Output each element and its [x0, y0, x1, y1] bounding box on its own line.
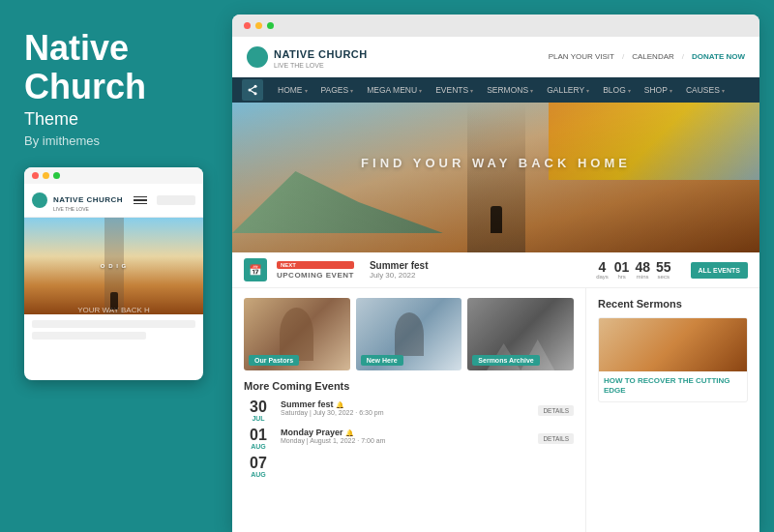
countdown-mins: 48 mins — [635, 260, 650, 280]
mobile-titlebar — [24, 167, 203, 184]
nav-item-home[interactable]: HOME ▾ — [271, 77, 314, 103]
mobile-bottom — [24, 314, 203, 345]
nav-item-pages[interactable]: PAGES ▾ — [314, 77, 361, 103]
mobile-hero-figure — [110, 292, 118, 310]
event-list: 30 JUL Summer fest 🔔 Saturday | July 30,… — [244, 399, 574, 478]
theme-title-block: Native Church Theme By imithemes — [24, 29, 208, 148]
countdown-secs-num: 55 — [656, 260, 671, 274]
hamburger-line — [134, 199, 147, 201]
event-day-1: 01 — [244, 428, 273, 443]
details-button-0[interactable]: DETAILS — [538, 405, 574, 416]
title-line1: Native — [24, 28, 129, 68]
site-tagline: LIVE THE LOVE — [274, 62, 368, 69]
event-title-1: Monday Prayer 🔔 — [281, 428, 530, 437]
theme-subtitle: Theme — [24, 109, 208, 130]
nav-item-blog[interactable]: BLOG ▾ — [596, 77, 638, 103]
event-details: Summer fest July 30, 2022 — [370, 260, 429, 280]
dot-red — [32, 172, 39, 179]
site-hero: FIND YOUR WAY BACK HOME — [232, 103, 759, 252]
hero-text: FIND YOUR WAY BACK HOME — [361, 156, 631, 170]
events-bar: 📅 NEXT UPCOMING EVENT Summer fest July 3… — [232, 252, 759, 288]
sermon-image: MARCH 7, 2020 — [599, 318, 747, 371]
event-row-0: 30 JUL Summer fest 🔔 Saturday | July 30,… — [244, 399, 574, 422]
event-month-1: AUG — [244, 443, 273, 450]
event-date-box-0: 30 JUL — [244, 399, 273, 422]
event-month-2: AUG — [244, 471, 273, 478]
nav-item-sermons[interactable]: SERMONS ▾ — [480, 77, 540, 103]
event-info-1: Monday Prayer 🔔 Monday | August 1, 2022 … — [281, 428, 530, 444]
site-name: NATIVE CHURCH — [274, 48, 368, 60]
calendar-link[interactable]: CALENDAR — [632, 52, 674, 61]
countdown-secs: 55 secs — [656, 260, 671, 280]
event-title-0: Summer fest 🔔 — [281, 399, 530, 409]
share-icon[interactable] — [242, 79, 263, 101]
mobile-hamburger[interactable] — [134, 196, 147, 205]
nav-item-gallery[interactable]: GALLERY ▾ — [540, 77, 596, 103]
countdown-secs-label: secs — [656, 274, 671, 280]
mobile-logo-circle — [32, 192, 47, 208]
nav-arrow-sermons: ▾ — [530, 87, 533, 94]
browser-content: NATIVE CHURCH LIVE THE LOVE PLAN YOUR VI… — [232, 37, 759, 532]
site-logo-icon — [247, 46, 268, 68]
nav-arrow-gallery: ▾ — [586, 87, 589, 94]
event-name: Summer fest — [370, 260, 429, 271]
site-header: NATIVE CHURCH LIVE THE LOVE PLAN YOUR VI… — [232, 37, 759, 77]
event-date: July 30, 2022 — [370, 271, 429, 280]
theme-title: Native Church — [24, 29, 208, 105]
sermon-info: HOW TO RECOVER THE CUTTING EDGE — [599, 371, 747, 401]
browser-window: NATIVE CHURCH LIVE THE LOVE PLAN YOUR VI… — [232, 15, 759, 532]
mobile-hero-text: O D I G — [101, 263, 127, 269]
mobile-nav: NATIVE CHURCH LIVE THE LOVE — [24, 184, 203, 218]
content-right: Recent Sermons MARCH 7, 2020 HOW TO RECO… — [585, 288, 759, 532]
event-month-0: JUL — [244, 415, 273, 422]
countdown: 4 days 01 hrs 48 mins 55 secs — [596, 260, 670, 280]
nav-arrow-home: ▾ — [305, 87, 308, 94]
event-date-box-1: 01 AUG — [244, 428, 273, 450]
pastor-silhouette — [280, 308, 313, 361]
nav-item-events[interactable]: EVENTS ▾ — [429, 77, 480, 103]
events-calendar-icon: 📅 — [244, 258, 267, 281]
sermon-card[interactable]: MARCH 7, 2020 HOW TO RECOVER THE CUTTING… — [598, 317, 748, 402]
events-badge-label: NEXT UPCOMING EVENT — [277, 261, 354, 280]
mobile-logo-name: NATIVE CHURCH — [53, 195, 123, 204]
dot-green — [53, 172, 60, 179]
event-row-1: 01 AUG Monday Prayer 🔔 Monday | August 1… — [244, 428, 574, 450]
event-date-box-2: 07 AUG — [244, 456, 273, 478]
card-sermons-label: Sermons Archive — [472, 355, 539, 366]
card-pastors[interactable]: Our Pastors — [244, 298, 350, 370]
browser-titlebar — [232, 15, 759, 37]
divider1: / — [622, 52, 624, 61]
card-sermons-archive[interactable]: Sermons Archive — [467, 298, 574, 370]
mobile-preview: NATIVE CHURCH LIVE THE LOVE O D I G YOUR… — [24, 167, 203, 380]
nav-item-shop[interactable]: SHOP ▾ — [638, 77, 679, 103]
countdown-mins-label: mins — [635, 274, 650, 280]
donate-link[interactable]: DONATE NOW — [692, 52, 745, 61]
plan-visit-link[interactable]: PLAN YOUR VISIT — [549, 52, 614, 61]
hamburger-line — [134, 203, 147, 205]
sermon-title: HOW TO RECOVER THE CUTTING EDGE — [604, 376, 742, 397]
nav-item-mega-menu[interactable]: MEGA MENU ▾ — [360, 77, 429, 103]
nav-arrow-mega: ▾ — [419, 87, 422, 94]
title-line2: Church — [24, 67, 146, 106]
all-events-button[interactable]: ALL EVENTS — [691, 262, 748, 279]
site-logo: NATIVE CHURCH LIVE THE LOVE — [247, 44, 368, 69]
event-info-0: Summer fest 🔔 Saturday | July 30, 2022 ·… — [281, 399, 530, 416]
events-next-badge: NEXT — [277, 261, 354, 269]
countdown-days-num: 4 — [596, 260, 609, 274]
left-panel: Native Church Theme By imithemes NATIVE … — [0, 0, 232, 532]
event-day-0: 30 — [244, 399, 273, 415]
nav-arrow-events: ▾ — [470, 87, 473, 94]
header-links: PLAN YOUR VISIT / CALENDAR / DONATE NOW — [549, 52, 745, 61]
browser-dot-red — [244, 22, 251, 29]
nav-arrow-pages: ▾ — [350, 87, 353, 94]
nav-item-causes[interactable]: CAUSES ▾ — [679, 77, 731, 103]
dot-yellow — [43, 172, 49, 179]
coming-events-title: More Coming Events — [244, 380, 574, 392]
divider2: / — [682, 52, 684, 61]
browser-dot-green — [267, 22, 274, 29]
mobile-logo-tagline: LIVE THE LOVE — [53, 206, 123, 212]
card-new-here[interactable]: New Here — [356, 298, 462, 370]
details-button-1[interactable]: DETAILS — [538, 433, 574, 444]
upcoming-event-label: UPCOMING EVENT — [277, 271, 354, 280]
image-cards: Our Pastors New Here — [244, 298, 574, 370]
